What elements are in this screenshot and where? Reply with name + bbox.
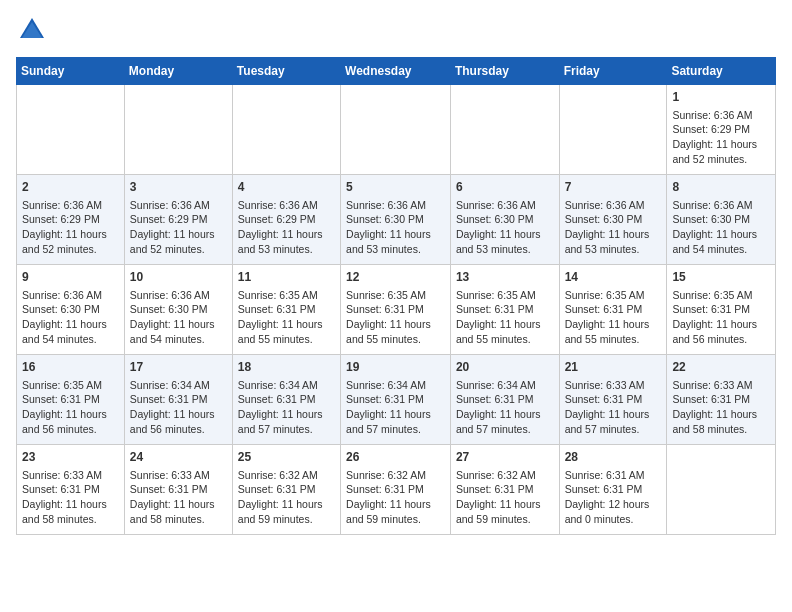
day-info: Daylight: 11 hours and 54 minutes.	[130, 317, 227, 346]
calendar-cell: 2Sunrise: 6:36 AMSunset: 6:29 PMDaylight…	[17, 175, 125, 265]
day-info: Sunset: 6:30 PM	[22, 302, 119, 317]
day-info: Sunset: 6:30 PM	[565, 212, 662, 227]
calendar-cell	[232, 85, 340, 175]
calendar-cell: 13Sunrise: 6:35 AMSunset: 6:31 PMDayligh…	[450, 265, 559, 355]
day-info: Daylight: 12 hours and 0 minutes.	[565, 497, 662, 526]
day-info: Sunset: 6:30 PM	[672, 212, 770, 227]
day-info: Sunset: 6:31 PM	[130, 392, 227, 407]
day-info: Sunset: 6:31 PM	[456, 482, 554, 497]
day-info: Sunset: 6:31 PM	[672, 302, 770, 317]
day-number: 18	[238, 359, 335, 376]
calendar-cell: 24Sunrise: 6:33 AMSunset: 6:31 PMDayligh…	[124, 445, 232, 535]
logo-text	[16, 16, 46, 49]
day-info: Sunrise: 6:33 AM	[130, 468, 227, 483]
day-number: 12	[346, 269, 445, 286]
calendar-cell	[450, 85, 559, 175]
calendar-cell	[124, 85, 232, 175]
day-info: Daylight: 11 hours and 53 minutes.	[565, 227, 662, 256]
day-info: Sunrise: 6:34 AM	[346, 378, 445, 393]
day-info: Sunrise: 6:36 AM	[456, 198, 554, 213]
day-number: 27	[456, 449, 554, 466]
day-info: Sunrise: 6:35 AM	[456, 288, 554, 303]
day-info: Sunrise: 6:36 AM	[238, 198, 335, 213]
calendar-cell: 3Sunrise: 6:36 AMSunset: 6:29 PMDaylight…	[124, 175, 232, 265]
calendar-cell: 1Sunrise: 6:36 AMSunset: 6:29 PMDaylight…	[667, 85, 776, 175]
day-info: Sunrise: 6:36 AM	[672, 198, 770, 213]
day-info: Sunrise: 6:34 AM	[456, 378, 554, 393]
day-info: Sunrise: 6:35 AM	[672, 288, 770, 303]
page-header	[16, 16, 776, 49]
day-info: Sunset: 6:31 PM	[672, 392, 770, 407]
calendar-cell: 11Sunrise: 6:35 AMSunset: 6:31 PMDayligh…	[232, 265, 340, 355]
day-info: Sunrise: 6:34 AM	[238, 378, 335, 393]
day-number: 11	[238, 269, 335, 286]
calendar-cell	[667, 445, 776, 535]
day-info: Daylight: 11 hours and 53 minutes.	[456, 227, 554, 256]
calendar-cell: 14Sunrise: 6:35 AMSunset: 6:31 PMDayligh…	[559, 265, 667, 355]
logo	[16, 16, 46, 49]
day-info: Daylight: 11 hours and 56 minutes.	[22, 407, 119, 436]
day-info: Daylight: 11 hours and 52 minutes.	[22, 227, 119, 256]
calendar-cell	[559, 85, 667, 175]
calendar-row: 2Sunrise: 6:36 AMSunset: 6:29 PMDaylight…	[17, 175, 776, 265]
calendar-row: 23Sunrise: 6:33 AMSunset: 6:31 PMDayligh…	[17, 445, 776, 535]
calendar-cell: 8Sunrise: 6:36 AMSunset: 6:30 PMDaylight…	[667, 175, 776, 265]
day-info: Sunrise: 6:35 AM	[565, 288, 662, 303]
day-number: 21	[565, 359, 662, 376]
day-info: Daylight: 11 hours and 59 minutes.	[238, 497, 335, 526]
day-number: 22	[672, 359, 770, 376]
day-number: 16	[22, 359, 119, 376]
calendar-cell: 26Sunrise: 6:32 AMSunset: 6:31 PMDayligh…	[341, 445, 451, 535]
header-day: Tuesday	[232, 58, 340, 85]
day-info: Sunrise: 6:32 AM	[456, 468, 554, 483]
day-info: Sunset: 6:31 PM	[346, 392, 445, 407]
day-number: 15	[672, 269, 770, 286]
calendar-cell: 5Sunrise: 6:36 AMSunset: 6:30 PMDaylight…	[341, 175, 451, 265]
day-info: Sunrise: 6:33 AM	[22, 468, 119, 483]
day-info: Sunrise: 6:34 AM	[130, 378, 227, 393]
day-info: Sunrise: 6:32 AM	[346, 468, 445, 483]
day-number: 4	[238, 179, 335, 196]
day-info: Daylight: 11 hours and 54 minutes.	[672, 227, 770, 256]
day-info: Sunrise: 6:35 AM	[22, 378, 119, 393]
header-day: Friday	[559, 58, 667, 85]
calendar-cell: 4Sunrise: 6:36 AMSunset: 6:29 PMDaylight…	[232, 175, 340, 265]
calendar-row: 9Sunrise: 6:36 AMSunset: 6:30 PMDaylight…	[17, 265, 776, 355]
day-info: Sunrise: 6:35 AM	[346, 288, 445, 303]
day-info: Daylight: 11 hours and 57 minutes.	[565, 407, 662, 436]
calendar-cell: 23Sunrise: 6:33 AMSunset: 6:31 PMDayligh…	[17, 445, 125, 535]
calendar-cell	[17, 85, 125, 175]
day-info: Sunrise: 6:36 AM	[22, 198, 119, 213]
day-info: Daylight: 11 hours and 59 minutes.	[346, 497, 445, 526]
day-info: Sunrise: 6:33 AM	[672, 378, 770, 393]
day-info: Sunrise: 6:36 AM	[22, 288, 119, 303]
day-info: Daylight: 11 hours and 52 minutes.	[130, 227, 227, 256]
day-info: Daylight: 11 hours and 53 minutes.	[238, 227, 335, 256]
day-number: 7	[565, 179, 662, 196]
calendar-body: 1Sunrise: 6:36 AMSunset: 6:29 PMDaylight…	[17, 85, 776, 535]
day-info: Sunset: 6:29 PM	[672, 122, 770, 137]
day-info: Daylight: 11 hours and 56 minutes.	[130, 407, 227, 436]
day-info: Daylight: 11 hours and 57 minutes.	[456, 407, 554, 436]
calendar-table: SundayMondayTuesdayWednesdayThursdayFrid…	[16, 57, 776, 535]
calendar-cell	[341, 85, 451, 175]
calendar-cell: 19Sunrise: 6:34 AMSunset: 6:31 PMDayligh…	[341, 355, 451, 445]
day-number: 28	[565, 449, 662, 466]
day-info: Sunrise: 6:36 AM	[565, 198, 662, 213]
header-day: Wednesday	[341, 58, 451, 85]
calendar-cell: 16Sunrise: 6:35 AMSunset: 6:31 PMDayligh…	[17, 355, 125, 445]
day-info: Daylight: 11 hours and 59 minutes.	[456, 497, 554, 526]
day-info: Daylight: 11 hours and 58 minutes.	[22, 497, 119, 526]
calendar-cell: 12Sunrise: 6:35 AMSunset: 6:31 PMDayligh…	[341, 265, 451, 355]
day-number: 1	[672, 89, 770, 106]
day-info: Daylight: 11 hours and 58 minutes.	[130, 497, 227, 526]
day-info: Sunset: 6:30 PM	[456, 212, 554, 227]
day-info: Sunset: 6:31 PM	[22, 482, 119, 497]
calendar-cell: 22Sunrise: 6:33 AMSunset: 6:31 PMDayligh…	[667, 355, 776, 445]
day-info: Daylight: 11 hours and 52 minutes.	[672, 137, 770, 166]
logo-icon	[18, 16, 46, 44]
header-day: Monday	[124, 58, 232, 85]
day-number: 9	[22, 269, 119, 286]
day-number: 2	[22, 179, 119, 196]
day-info: Daylight: 11 hours and 55 minutes.	[565, 317, 662, 346]
